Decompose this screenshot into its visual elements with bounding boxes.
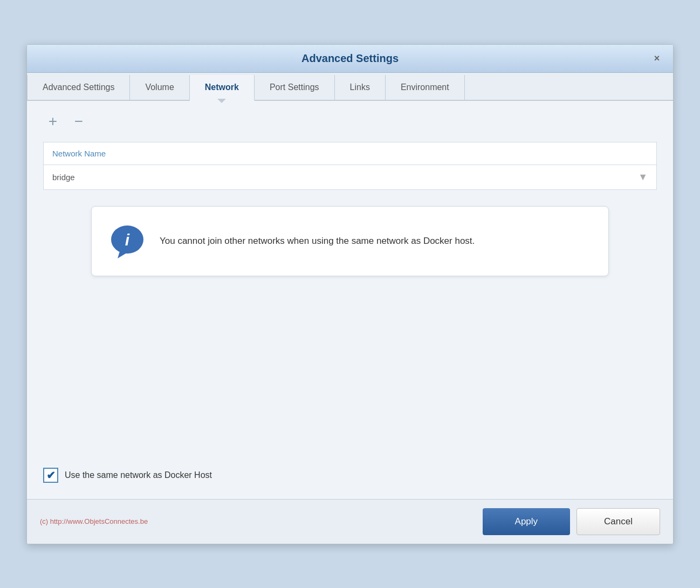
info-icon: i bbox=[108, 222, 147, 261]
close-button[interactable]: × bbox=[649, 51, 664, 66]
bottom-bar: (c) http://www.ObjetsConnectes.be Apply … bbox=[27, 499, 673, 544]
apply-button[interactable]: Apply bbox=[483, 508, 571, 535]
tab-volume[interactable]: Volume bbox=[130, 75, 189, 100]
dropdown-arrow-icon: ▼ bbox=[638, 172, 648, 183]
network-name-header: Network Name bbox=[43, 142, 657, 165]
tab-bar: Advanced Settings Volume Network Port Se… bbox=[27, 73, 673, 101]
checkbox-section: ✔ Use the same network as Docker Host bbox=[27, 452, 673, 499]
tab-links[interactable]: Links bbox=[335, 75, 386, 100]
cancel-button[interactable]: Cancel bbox=[577, 508, 660, 535]
network-name-row[interactable]: bridge ▼ bbox=[43, 165, 657, 190]
action-buttons: Apply Cancel bbox=[483, 508, 660, 535]
advanced-settings-dialog: Advanced Settings × Advanced Settings Vo… bbox=[26, 44, 674, 544]
title-bar: Advanced Settings × bbox=[27, 45, 673, 73]
tab-content: + − Network Name bridge ▼ i bbox=[27, 101, 673, 452]
remove-network-button[interactable]: − bbox=[69, 112, 88, 131]
svg-text:i: i bbox=[125, 231, 130, 249]
svg-marker-1 bbox=[118, 251, 128, 258]
tab-network[interactable]: Network bbox=[190, 75, 255, 101]
tab-port-settings[interactable]: Port Settings bbox=[255, 75, 335, 100]
network-toolbar: + − bbox=[43, 112, 657, 131]
info-message-box: i You cannot join other networks when us… bbox=[91, 206, 609, 276]
network-value: bridge bbox=[52, 173, 75, 182]
checkmark-icon: ✔ bbox=[46, 469, 56, 482]
copyright-text: (c) http://www.ObjetsConnectes.be bbox=[40, 517, 148, 525]
dialog-title: Advanced Settings bbox=[301, 52, 399, 65]
docker-host-network-label: Use the same network as Docker Host bbox=[65, 470, 212, 480]
tab-advanced-settings[interactable]: Advanced Settings bbox=[27, 75, 130, 100]
docker-host-network-checkbox[interactable]: ✔ bbox=[43, 468, 58, 483]
info-message-text: You cannot join other networks when usin… bbox=[160, 234, 475, 248]
add-network-button[interactable]: + bbox=[43, 112, 63, 131]
tab-environment[interactable]: Environment bbox=[386, 75, 465, 100]
docker-host-network-checkbox-area: ✔ Use the same network as Docker Host bbox=[43, 457, 657, 494]
